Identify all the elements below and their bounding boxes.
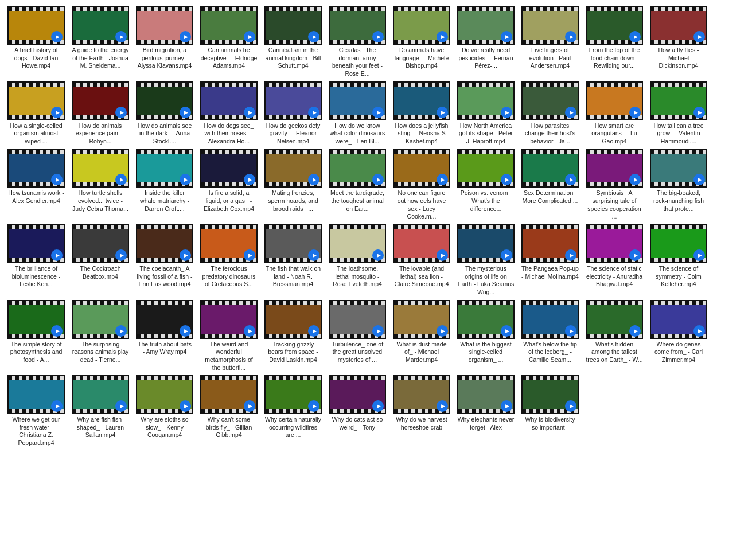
list-item[interactable]: How tsunamis work - Alex Gendler.mp4 [5,149,67,221]
list-item[interactable]: How smart are orangutans_ - Lu Gao.mp4 [583,81,645,146]
play-icon[interactable] [437,31,448,42]
play-icon[interactable] [51,31,63,42]
list-item[interactable]: The loathsome, lethal mosquito - Rose Ev… [326,224,388,297]
list-item[interactable]: Turbulence_ one of the great unsolved my… [326,300,388,372]
list-item[interactable]: Tracking grizzly bears from space - Davi… [262,300,324,372]
list-item[interactable]: Meet the tardigrade, the toughest animal… [326,149,388,221]
play-icon[interactable] [565,31,576,42]
play-icon[interactable] [501,107,512,118]
list-item[interactable]: Where do genes come from_ - Carl Zimmer.… [648,300,710,372]
play-icon[interactable] [244,107,255,118]
list-item[interactable]: Can animals be deceptive_ - Eldridge Ada… [198,6,260,78]
play-icon[interactable] [693,249,705,261]
play-icon[interactable] [51,325,63,337]
play-icon[interactable] [372,249,384,261]
play-icon[interactable] [308,107,319,118]
list-item[interactable]: Bird migration, a perilous journey - Aly… [134,6,196,78]
list-item[interactable]: Why do we harvest horseshoe crab [391,375,453,447]
play-icon[interactable] [693,325,705,337]
list-item[interactable]: Sex Determination_ More Complicated ... [519,149,581,221]
list-item[interactable]: The big-beaked, rock-munching fish that … [648,149,710,221]
play-icon[interactable] [437,107,448,118]
play-icon[interactable] [372,107,384,118]
list-item[interactable]: Five fingers of evolution - Paul Anderse… [519,6,581,78]
list-item[interactable]: The coelacanth_ A living fossil of a fis… [134,224,196,297]
list-item[interactable]: How do animals see in the dark_ - Anna S… [134,81,196,146]
list-item[interactable]: How a fly flies - Michael Dickinson.mp4 [648,6,710,78]
play-icon[interactable] [308,31,319,42]
list-item[interactable]: The science of symmetry - Colm Kelleher.… [648,224,710,297]
play-icon[interactable] [180,325,191,337]
play-icon[interactable] [501,31,512,42]
list-item[interactable]: The Cockroach Beatbox.mp4 [69,224,131,297]
list-item[interactable]: The fish that walk on land - Noah R. Bre… [262,224,324,297]
list-item[interactable]: Poison vs. venom_ What's the difference.… [455,149,517,221]
play-icon[interactable] [180,249,191,261]
play-icon[interactable] [244,249,255,261]
play-icon[interactable] [629,31,641,42]
list-item[interactable]: How tall can a tree grow_ - Valentin Ham… [648,81,710,146]
play-icon[interactable] [565,107,576,118]
list-item[interactable]: The ferocious predatory dinosaurs of Cre… [198,224,260,297]
list-item[interactable]: How do animals experience pain_ - Robyn.… [69,81,131,146]
play-icon[interactable] [180,107,191,118]
play-icon[interactable] [501,249,512,261]
play-icon[interactable] [693,31,705,42]
list-item[interactable]: Do animals have language_ - Michele Bish… [391,6,453,78]
list-item[interactable]: Why certain naturally occurring wildfire… [262,375,324,447]
list-item[interactable]: Is fire a solid, a liquid, or a gas_ - E… [198,149,260,221]
list-item[interactable]: Why can't some birds fly_ - Gillian Gibb… [198,375,260,447]
play-icon[interactable] [115,107,127,118]
list-item[interactable]: What's hidden among the tallest trees on… [583,300,645,372]
play-icon[interactable] [115,31,127,42]
play-icon[interactable] [437,325,448,337]
play-icon[interactable] [372,325,384,337]
list-item[interactable]: What's below the tip of the iceberg_ - C… [519,300,581,372]
list-item[interactable]: The lovable (and lethal) sea lion - Clai… [391,224,453,297]
play-icon[interactable] [629,249,641,261]
play-icon[interactable] [565,249,576,261]
play-icon[interactable] [372,31,384,42]
list-item[interactable]: Why are sloths so slow_ - Kenny Coogan.m… [134,375,196,447]
list-item[interactable]: What is the biggest single-celled organi… [455,300,517,372]
list-item[interactable]: The weird and wonderful metamorphosis of… [198,300,260,372]
list-item[interactable]: Mating frenzies, sperm hoards, and brood… [262,149,324,221]
play-icon[interactable] [180,31,191,42]
list-item[interactable]: Why elephants never forget - Alex [455,375,517,447]
list-item[interactable]: How North America got its shape - Peter … [455,81,517,146]
play-icon[interactable] [437,249,448,261]
list-item[interactable]: The truth about bats - Amy Wray.mp4 [134,300,196,372]
list-item[interactable]: What is dust made of_ - Michael Marder.m… [391,300,453,372]
list-item[interactable]: How does a jellyfish sting_ - Neosha S K… [391,81,453,146]
play-icon[interactable] [629,107,641,118]
list-item[interactable]: Where we get our fresh water - Christian… [5,375,67,447]
list-item[interactable]: The science of static electricity - Anur… [583,224,645,297]
play-icon[interactable] [501,325,512,337]
list-item[interactable]: Do we really need pesticides_ - Fernan P… [455,6,517,78]
list-item[interactable]: How parasites change their host's behavi… [519,81,581,146]
play-icon[interactable] [51,249,63,261]
play-icon[interactable] [693,107,705,118]
play-icon[interactable] [565,325,576,337]
list-item[interactable]: How do we know what color dinosaurs were… [326,81,388,146]
list-item[interactable]: The simple story of photosynthesis and f… [5,300,67,372]
list-item[interactable]: Why do cats act so weird_ - Tony [326,375,388,447]
play-icon[interactable] [115,249,127,261]
list-item[interactable]: Why are fish fish-shaped_ - Lauren Salla… [69,375,131,447]
list-item[interactable]: No one can figure out how eels have sex … [391,149,453,221]
list-item[interactable]: How do geckos defy gravity_ - Eleanor Ne… [262,81,324,146]
list-item[interactable]: Cannibalism in the animal kingdom - Bill… [262,6,324,78]
list-item[interactable]: How a single-celled organism almost wipe… [5,81,67,146]
list-item[interactable]: The surprising reasons animals play dead… [69,300,131,372]
list-item[interactable]: Why is biodiversity so important - [519,375,581,447]
play-icon[interactable] [308,249,319,261]
list-item[interactable]: A brief history of dogs - David Ian Howe… [5,6,67,78]
list-item[interactable]: Symbiosis_ A surprising tale of species … [583,149,645,221]
list-item[interactable]: The mysterious origins of life on Earth … [455,224,517,297]
list-item[interactable]: How turtle shells evolved... twice - Jud… [69,149,131,221]
list-item[interactable]: Inside the killer whale matriarchy - Dar… [134,149,196,221]
list-item[interactable]: From the top of the food chain down_ Rew… [583,6,645,78]
play-icon[interactable] [629,325,641,337]
play-icon[interactable] [244,31,255,42]
play-icon[interactable] [308,325,319,337]
